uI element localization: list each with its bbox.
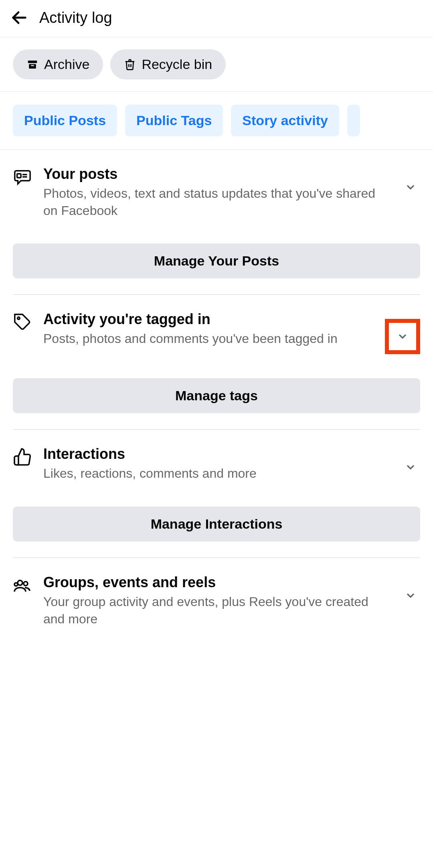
section-interactions: Interactions Likes, reactions, comments … — [0, 430, 433, 541]
svg-rect-1 — [28, 61, 37, 63]
tagged-title: Activity you're tagged in — [43, 311, 374, 328]
header: Activity log — [0, 0, 433, 37]
row-tagged[interactable]: Activity you're tagged in Posts, photos … — [13, 311, 420, 354]
chevron-down-icon — [405, 182, 416, 193]
groups-subtitle: Your group activity and events, plus Ree… — [43, 593, 390, 628]
recycle-bin-button[interactable]: Recycle bin — [110, 49, 226, 79]
chevron-down-icon — [405, 590, 416, 601]
expand-groups[interactable] — [401, 586, 420, 605]
svg-point-9 — [18, 317, 20, 320]
trash-icon — [124, 58, 136, 71]
expand-your-posts[interactable] — [401, 178, 420, 197]
group-icon — [13, 576, 32, 595]
tag-icon — [13, 312, 32, 332]
row-interactions[interactable]: Interactions Likes, reactions, comments … — [13, 446, 420, 482]
archive-label: Archive — [44, 57, 89, 72]
tab-more[interactable] — [347, 105, 360, 136]
section-your-posts: Your posts Photos, videos, text and stat… — [0, 150, 433, 278]
page-title: Activity log — [39, 9, 112, 26]
action-bar: Archive Recycle bin — [0, 37, 433, 92]
interactions-title: Interactions — [43, 446, 390, 462]
filter-tabs: Public Posts Public Tags Story activity — [0, 92, 433, 150]
section-tagged: Activity you're tagged in Posts, photos … — [0, 295, 433, 413]
your-posts-title: Your posts — [43, 166, 390, 183]
manage-interactions-button[interactable]: Manage Interactions — [13, 507, 420, 541]
row-groups[interactable]: Groups, events and reels Your group acti… — [13, 574, 420, 628]
recycle-bin-label: Recycle bin — [142, 57, 212, 72]
expand-tagged-highlight[interactable] — [385, 319, 420, 354]
chevron-down-icon — [405, 462, 416, 473]
svg-rect-6 — [17, 174, 21, 178]
svg-point-12 — [14, 583, 18, 586]
svg-point-10 — [18, 580, 22, 585]
speech-bubble-icon — [13, 167, 32, 187]
expand-interactions[interactable] — [401, 458, 420, 477]
tab-public-tags[interactable]: Public Tags — [125, 105, 223, 136]
tab-public-posts[interactable]: Public Posts — [13, 105, 117, 136]
svg-rect-2 — [29, 64, 36, 68]
manage-your-posts-button[interactable]: Manage Your Posts — [13, 243, 420, 278]
tab-story-activity[interactable]: Story activity — [231, 105, 339, 136]
svg-rect-3 — [31, 65, 34, 66]
section-groups-events-reels: Groups, events and reels Your group acti… — [0, 558, 433, 644]
tagged-subtitle: Posts, photos and comments you've been t… — [43, 330, 374, 347]
groups-title: Groups, events and reels — [43, 574, 390, 591]
interactions-subtitle: Likes, reactions, comments and more — [43, 465, 390, 482]
row-your-posts[interactable]: Your posts Photos, videos, text and stat… — [13, 166, 420, 219]
archive-icon — [26, 59, 38, 71]
archive-button[interactable]: Archive — [13, 49, 103, 79]
back-button[interactable] — [10, 8, 29, 27]
arrow-left-icon — [10, 8, 28, 27]
your-posts-subtitle: Photos, videos, text and status updates … — [43, 185, 390, 219]
thumbs-up-icon — [13, 447, 32, 466]
svg-point-11 — [24, 582, 28, 586]
manage-tags-button[interactable]: Manage tags — [13, 378, 420, 413]
chevron-down-icon — [397, 331, 408, 342]
